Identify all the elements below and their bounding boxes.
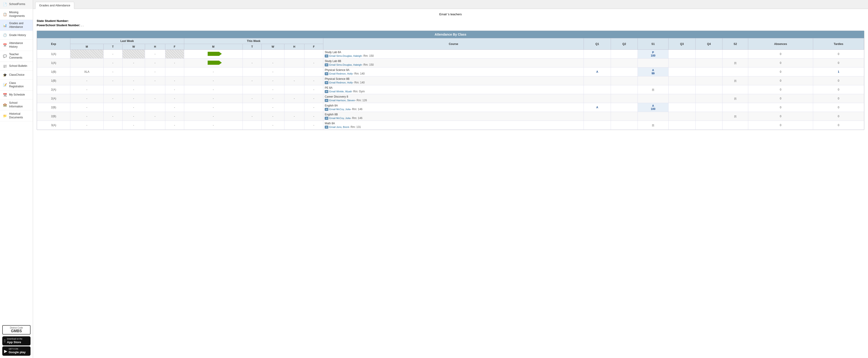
sidebar-item-school-information[interactable]: 🏫 School Information	[0, 100, 33, 110]
lw-day-cell: -	[165, 103, 184, 112]
tw-day-cell: -	[261, 103, 284, 112]
course-cell: Career Discovery 8 ✉ Email Harrison, Ste…	[323, 94, 584, 103]
email-teacher-btn[interactable]: ✉	[325, 99, 328, 102]
app-store-button[interactable]:  Download on the App Store	[2, 336, 31, 346]
tardies-cell: 0	[813, 94, 864, 103]
q3-cell	[669, 85, 695, 94]
email-teacher-btn[interactable]: ✉	[325, 63, 328, 66]
col-tardies: Tardies	[813, 38, 864, 50]
teacher-link[interactable]: Email Harrison, Steven	[329, 99, 355, 102]
exp-cell: 2(A)	[37, 94, 70, 103]
table-row: 2(A)---------- Career Discovery 8 ✉ Emai…	[37, 94, 864, 103]
sidebar-item-missing-assignments[interactable]: 📋 Missing Assignments	[0, 9, 33, 20]
absences-cell: 0	[748, 112, 813, 121]
tardies-cell: 1	[813, 67, 864, 76]
teacher-link[interactable]: Email McCoy, Julia	[329, 108, 350, 111]
sidebar-item-attendance-history[interactable]: 📅 Attendance History	[0, 40, 33, 51]
tw-day-cell	[284, 59, 304, 67]
tw-day-cell: -	[261, 121, 284, 130]
course-cell: Study Lab 8B ✉ Email Sims-Douglas, Halei…	[323, 59, 584, 67]
tw-day-cell: -	[284, 112, 304, 121]
lw-day-cell: -	[145, 67, 165, 76]
sidebar-item-class-choice[interactable]: 🎓 ClassChoice	[0, 71, 33, 80]
tw-day-cell	[243, 85, 261, 94]
teacher-link[interactable]: Email Redmon, Holly	[329, 72, 353, 75]
course-cell: Physical Science 8A ✉ Email Redmon, Holl…	[323, 67, 584, 76]
sidebar-item-school-forms[interactable]: 📄 SchoolForms	[0, 0, 33, 9]
email-teacher-btn[interactable]: ✉	[325, 81, 328, 84]
state-student-number-row: State Student Number:	[37, 19, 864, 23]
sidebar-item-class-registration[interactable]: 📝 Class Registration	[0, 80, 33, 90]
attendance-table: Exp Last Week This Week Course Q1 Q2 S1 …	[37, 38, 864, 130]
ps-number-value: . .	[81, 24, 84, 27]
sidebar-icon-school-bulletin: 📰	[2, 64, 7, 68]
lw-day-cell	[103, 103, 122, 112]
sidebar-item-my-schedule[interactable]: 📆 My Schedule	[0, 90, 33, 100]
tab-grades-attendance[interactable]: Grades and Attendance	[35, 2, 74, 9]
tw-day-f-header: F	[304, 44, 323, 50]
sidebar-item-historical-documents[interactable]: 📁 Historical Documents	[0, 110, 33, 121]
q4-cell	[695, 85, 722, 94]
email-teachers-bar: Email 's teachers	[37, 12, 864, 16]
tw-day-cell	[261, 50, 284, 59]
teacher-link[interactable]: Email Jons, Brent	[329, 126, 349, 128]
tw-day-w-header: W	[261, 44, 284, 50]
tw-day-cell: -	[284, 94, 304, 103]
s1-cell: [I]	[638, 121, 669, 130]
sidebar-label-class-choice: ClassChoice	[9, 73, 31, 77]
sidebar-icon-grades-attendance: 📊	[2, 23, 7, 28]
lw-day-cell: -	[145, 76, 165, 85]
tw-day-cell: -	[304, 121, 323, 130]
lw-day-t-header: T	[103, 44, 122, 50]
teacher-link[interactable]: Email Sims-Douglas, Haleigh	[329, 55, 362, 57]
sidebar-item-school-bulletin[interactable]: 📰 School Bulletin	[0, 62, 33, 71]
lw-day-cell: -	[70, 76, 103, 85]
email-teacher-btn[interactable]: ✉	[325, 55, 328, 57]
teacher-link[interactable]: Email Winkle, Wyatt	[329, 90, 351, 93]
room-label: - Rm: 140	[353, 72, 365, 75]
exp-cell: 3(A)	[37, 121, 70, 130]
lw-day-cell: -	[165, 121, 184, 130]
email-teacher-btn[interactable]: ✉	[325, 72, 328, 75]
sidebar-label-school-bulletin: School Bulletin	[9, 64, 31, 68]
q2-cell	[611, 76, 638, 85]
email-teacher-btn[interactable]: ✉	[325, 90, 328, 93]
tab-bar: Grades and Attendance	[33, 0, 868, 9]
teacher-link[interactable]: Email Sims-Douglas, Haleigh	[329, 63, 362, 66]
course-name: Physical Science 8A	[325, 68, 582, 72]
google-play-label-top: GET It ON	[9, 348, 26, 351]
tw-day-cell	[284, 121, 304, 130]
lw-day-cell: -	[122, 85, 145, 94]
sidebar-item-teacher-comments[interactable]: 💬 Teacher Comments	[0, 51, 33, 62]
q2-cell	[611, 85, 638, 94]
lw-day-cell: -	[103, 112, 122, 121]
tw-day-cell	[284, 67, 304, 76]
lw-day-cell	[103, 85, 122, 94]
teacher-link[interactable]: Email Redmon, Holly	[329, 81, 353, 84]
q3-cell	[669, 67, 695, 76]
google-play-button[interactable]: ▶ GET It ON Google play	[2, 347, 31, 356]
tw-day-cell: -	[243, 94, 261, 103]
s1-cell	[638, 76, 669, 85]
email-teacher-btn[interactable]: ✉	[325, 117, 328, 120]
exp-cell: 2(B)	[37, 103, 70, 112]
grade-value: A	[596, 70, 598, 74]
q1-cell	[584, 94, 611, 103]
sidebar-icon-historical-documents: 📁	[2, 113, 7, 118]
email-teacher-btn[interactable]: ✉	[325, 126, 328, 129]
sidebar-label-grade-history: Grade History	[9, 33, 31, 37]
sidebar-item-grades-attendance[interactable]: 📊 Grades and Attendance	[0, 20, 33, 31]
q3-cell	[669, 76, 695, 85]
tardies-cell: 0	[813, 103, 864, 112]
tw-day-cell: -	[184, 76, 243, 85]
tw-day-cell: -	[243, 59, 261, 67]
room-label: - Rm: 126	[355, 99, 367, 102]
tw-day-cell: -	[261, 112, 284, 121]
lw-day-cell: -	[122, 59, 145, 67]
sidebar-icon-missing-assignments: 📋	[2, 12, 7, 17]
s2-cell	[722, 50, 748, 59]
sidebar-item-grade-history[interactable]: 🕐 Grade History	[0, 31, 33, 40]
district-code-label: District Code	[4, 327, 29, 329]
teacher-link[interactable]: Email McCoy, Julia	[329, 117, 350, 119]
email-teacher-btn[interactable]: ✉	[325, 108, 328, 111]
